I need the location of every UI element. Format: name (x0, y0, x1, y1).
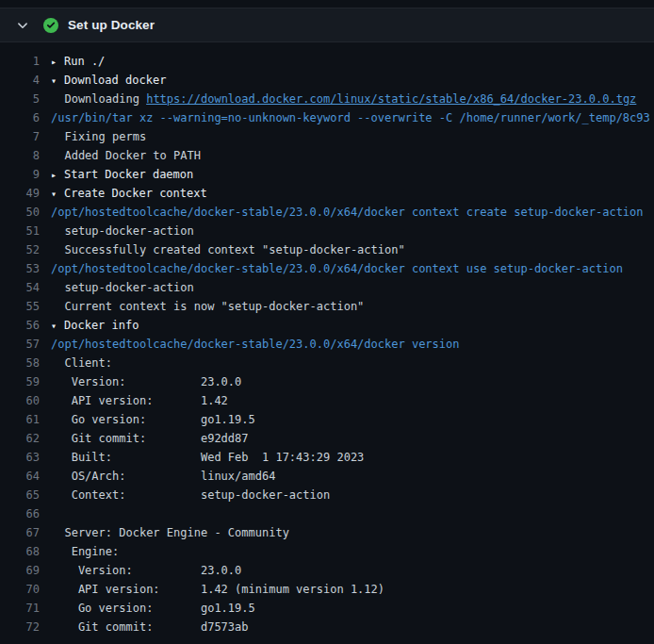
line-number[interactable]: 7 (0, 127, 51, 146)
log-group-line[interactable]: 4▾Download docker (0, 71, 654, 90)
log-line-content: Version: 23.0.0 (51, 372, 654, 391)
log-line-content: Built: Wed Feb 1 17:43:29 2023 (51, 448, 654, 467)
log-text: Context: setup-docker-action (51, 488, 330, 502)
line-number[interactable]: 58 (0, 354, 51, 372)
line-number[interactable]: 5 (0, 90, 51, 108)
line-number[interactable]: 6 (0, 108, 51, 127)
line-number[interactable]: 55 (0, 297, 51, 316)
step-header[interactable]: Set up Docker (0, 8, 654, 42)
line-number[interactable]: 63 (0, 448, 51, 467)
log-line-content: Engine: (51, 542, 654, 561)
log-line-content: API version: 1.42 (51, 391, 654, 410)
line-number[interactable]: 59 (0, 372, 51, 391)
collapse-arrow-icon[interactable]: ▾ (51, 317, 64, 335)
line-number[interactable]: 9 (0, 165, 51, 184)
line-number[interactable]: 8 (0, 146, 51, 165)
log-text: setup-docker-action (51, 224, 194, 238)
log-link[interactable]: https://download.docker.com/linux/static… (146, 92, 636, 106)
log-text: Added Docker to PATH (51, 149, 201, 162)
line-number[interactable]: 61 (0, 410, 51, 429)
log-line-content: /opt/hostedtoolcache/docker-stable/23.0.… (51, 203, 654, 222)
line-number[interactable]: 51 (0, 222, 51, 240)
log-line: 60 API version: 1.42 (0, 391, 654, 410)
log-line: 8 Added Docker to PATH (0, 146, 654, 165)
group-title: Download docker (64, 74, 166, 87)
log-text: Client: (51, 356, 112, 370)
log-line: 50/opt/hostedtoolcache/docker-stable/23.… (0, 203, 654, 222)
log-text: Successfully created context "setup-dock… (51, 243, 405, 256)
line-number[interactable]: 54 (0, 278, 51, 297)
log-line: 57/opt/hostedtoolcache/docker-stable/23.… (0, 335, 654, 354)
log-line: 5 Downloading https://download.docker.co… (0, 90, 654, 108)
line-number[interactable]: 60 (0, 391, 51, 410)
log-group-line[interactable]: 56▾Docker info (0, 316, 654, 335)
log-line: 7 Fixing perms (0, 127, 654, 146)
log-line: 62 Git commit: e92dd87 (0, 429, 654, 448)
line-number[interactable]: 57 (0, 335, 51, 354)
log-text: OS/Arch: linux/amd64 (51, 470, 275, 483)
log-line: 61 Go version: go1.19.5 (0, 410, 654, 429)
log-line: 72 Git commit: d7573ab (0, 618, 654, 636)
command-text: /opt/hostedtoolcache/docker-stable/23.0.… (51, 206, 644, 219)
log-line-content: Git commit: e92dd87 (51, 429, 654, 448)
log-group-line[interactable]: 1▸Run ./ (0, 52, 654, 71)
log-line-content: Git commit: d7573ab (51, 618, 654, 636)
log-text: Go version: go1.19.5 (51, 602, 255, 615)
log-text: API version: 1.42 (minimum version 1.12) (51, 583, 384, 596)
line-number[interactable]: 52 (0, 240, 51, 259)
log-line-content: Context: setup-docker-action (51, 486, 654, 504)
command-text: /usr/bin/tar xz --warning=no-unknown-key… (51, 111, 650, 124)
collapse-arrow-icon[interactable]: ▾ (51, 185, 64, 203)
line-number[interactable]: 4 (0, 71, 51, 90)
log-line-content: /opt/hostedtoolcache/docker-stable/23.0.… (51, 335, 654, 354)
log-line: 63 Built: Wed Feb 1 17:43:29 2023 (0, 448, 654, 467)
chevron-down-icon[interactable] (15, 18, 30, 33)
log-line-content: Go version: go1.19.5 (51, 410, 654, 429)
line-number[interactable]: 49 (0, 184, 51, 203)
expand-arrow-icon[interactable]: ▸ (51, 166, 64, 184)
log-text: API version: 1.42 (51, 394, 228, 407)
line-number[interactable]: 1 (0, 52, 51, 71)
line-number[interactable]: 66 (0, 504, 51, 523)
expand-arrow-icon[interactable]: ▸ (51, 53, 64, 71)
log-text: Built: Wed Feb 1 17:43:29 2023 (51, 451, 364, 464)
log-line-content: Successfully created context "setup-dock… (51, 240, 654, 259)
log-text: Downloading (51, 92, 146, 106)
line-number[interactable]: 67 (0, 523, 51, 542)
line-number[interactable]: 50 (0, 203, 51, 222)
step-title: Set up Docker (68, 18, 155, 32)
line-number[interactable]: 62 (0, 429, 51, 448)
log-line: 65 Context: setup-docker-action (0, 486, 654, 504)
log-line: 55 Current context is now "setup-docker-… (0, 297, 654, 316)
log-line: 54 setup-docker-action (0, 278, 654, 297)
line-number[interactable]: 53 (0, 259, 51, 278)
line-number[interactable]: 56 (0, 316, 51, 335)
log-line-content: API version: 1.42 (minimum version 1.12) (51, 580, 654, 599)
log-text: Engine: (51, 545, 119, 558)
log-line-content: ▸Run ./ (51, 52, 654, 71)
log-text: Go version: go1.19.5 (51, 413, 255, 426)
line-number[interactable]: 70 (0, 580, 51, 599)
log-line: 64 OS/Arch: linux/amd64 (0, 467, 654, 486)
log-text: setup-docker-action (51, 281, 194, 294)
line-number[interactable]: 68 (0, 542, 51, 561)
log-line: 67 Server: Docker Engine - Community (0, 523, 654, 542)
line-number[interactable]: 64 (0, 467, 51, 486)
log-line-content: ▸Start Docker daemon (51, 165, 654, 184)
log-text: Fixing perms (51, 130, 146, 143)
workflow-log-viewer: Set up Docker 1▸Run ./4▾Download docker5… (0, 0, 654, 644)
log-line: 51 setup-docker-action (0, 222, 654, 240)
log-group-line[interactable]: 9▸Start Docker daemon (0, 165, 654, 184)
log-group-line[interactable]: 49▾Create Docker context (0, 184, 654, 203)
log-line-content: Client: (51, 354, 654, 372)
group-title: Start Docker daemon (64, 168, 193, 181)
line-number[interactable]: 71 (0, 599, 51, 618)
log-line-content: /usr/bin/tar xz --warning=no-unknown-key… (51, 108, 654, 127)
line-number[interactable]: 69 (0, 561, 51, 580)
log-line-content: /opt/hostedtoolcache/docker-stable/23.0.… (51, 259, 654, 278)
line-number[interactable]: 72 (0, 618, 51, 636)
collapse-arrow-icon[interactable]: ▾ (51, 72, 64, 90)
log-line: 53/opt/hostedtoolcache/docker-stable/23.… (0, 259, 654, 278)
line-number[interactable]: 65 (0, 486, 51, 504)
log-line: 70 API version: 1.42 (minimum version 1.… (0, 580, 654, 599)
